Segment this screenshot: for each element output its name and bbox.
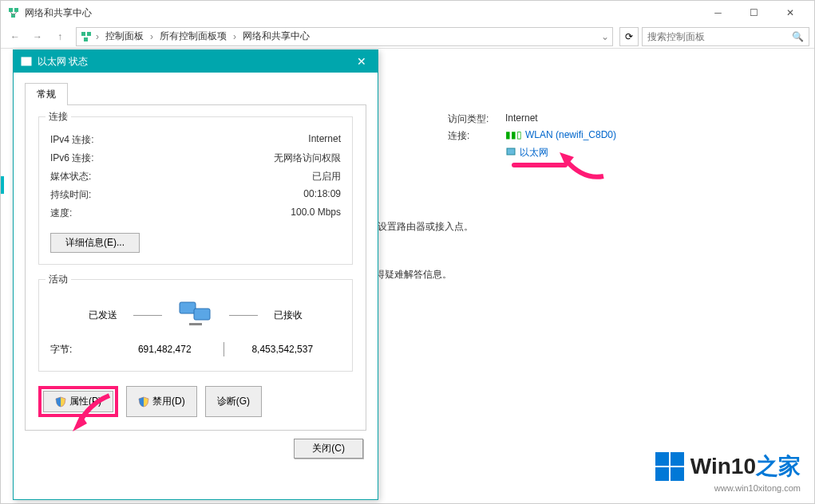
svg-rect-11: [180, 302, 196, 313]
spacer: [448, 146, 505, 159]
connection-group: 连接 IPv4 连接:Internet IPv6 连接:无网络访问权限 媒体状态…: [38, 116, 353, 265]
crumb-control-panel[interactable]: 控制面板: [102, 28, 147, 45]
ipv4-value: Internet: [308, 133, 341, 147]
duration-label: 持续时间:: [50, 188, 91, 202]
connections-label: 连接:: [448, 129, 505, 143]
network-icon: [7, 6, 20, 19]
close-button[interactable]: ✕: [772, 1, 808, 25]
tab-general[interactable]: 常规: [25, 83, 68, 105]
duration-value: 00:18:09: [303, 188, 341, 202]
diagnose-button[interactable]: 诊断(G): [205, 386, 262, 417]
details-button[interactable]: 详细信息(E)...: [50, 233, 140, 253]
bytes-label: 字节:: [50, 343, 106, 356]
wlan-link[interactable]: WLAN (newifi_C8D0): [525, 129, 616, 143]
svg-rect-0: [9, 8, 13, 12]
disable-button[interactable]: 禁用(D): [126, 386, 197, 417]
back-button[interactable]: ←: [6, 27, 25, 46]
logo-url: www.win10xitong.com: [655, 483, 801, 493]
ethernet-icon: [20, 55, 33, 68]
svg-rect-12: [194, 309, 210, 320]
ethernet-status-dialog: 以太网 状态 ✕ 常规 连接 IPv4 连接:Internet IPv6 连接:…: [13, 49, 378, 500]
titlebar: 网络和共享中心 ─ ☐ ✕: [1, 1, 814, 25]
search-box[interactable]: 🔍: [642, 27, 809, 46]
access-type-value: Internet: [505, 112, 538, 126]
wifi-signal-icon: ▮▮▯: [505, 129, 522, 143]
diagnose-label: 诊断(G): [217, 395, 250, 408]
dialog-close-button[interactable]: ✕: [352, 55, 371, 68]
minimize-button[interactable]: ─: [700, 1, 736, 25]
crumb-network-center[interactable]: 网络和共享中心: [239, 28, 313, 45]
toolbar: ← → ↑ › 控制面板 › 所有控制面板项 › 网络和共享中心 ⌄ ⟳ 🔍: [1, 25, 814, 49]
hint-text-2: 获得疑难解答信息。: [366, 268, 452, 282]
chevron-down-icon[interactable]: ⌄: [601, 31, 609, 42]
activity-group: 活动 已发送 已接收 字节: 691,482,472 8,: [38, 279, 353, 372]
shield-icon: [138, 396, 149, 408]
received-label: 已接收: [274, 309, 303, 322]
ethernet-link[interactable]: 以太网: [520, 146, 548, 159]
refresh-button[interactable]: ⟳: [619, 27, 639, 46]
logo-text: Win10之家: [690, 451, 801, 482]
maximize-button[interactable]: ☐: [736, 1, 772, 25]
ethernet-icon: [505, 146, 516, 157]
up-button[interactable]: ↑: [50, 27, 69, 46]
media-label: 媒体状态:: [50, 170, 91, 183]
media-value: 已启用: [312, 170, 341, 183]
disable-label: 禁用(D): [152, 395, 185, 408]
shield-icon: [55, 396, 66, 408]
watermark-logo: Win10之家 www.win10xitong.com: [655, 451, 801, 493]
access-type-label: 访问类型:: [448, 112, 505, 126]
svg-rect-8: [507, 148, 515, 155]
dialog-close-ok-button[interactable]: 关闭(C): [294, 439, 363, 459]
search-icon[interactable]: 🔍: [792, 31, 804, 42]
tab-panel: 连接 IPv4 连接:Internet IPv6 连接:无网络访问权限 媒体状态…: [25, 104, 366, 431]
ipv6-label: IPv6 连接:: [50, 152, 94, 165]
chevron-right-icon: ›: [148, 31, 155, 42]
sent-label: 已发送: [89, 309, 117, 322]
svg-rect-10: [22, 57, 31, 65]
network-icon: [80, 30, 93, 43]
svg-rect-6: [87, 32, 91, 36]
crumb-all-items[interactable]: 所有控制面板项: [156, 28, 230, 45]
dialog-titlebar: 以太网 状态 ✕: [14, 50, 378, 73]
annotation-arrow: [560, 152, 607, 184]
activity-group-title: 活动: [45, 273, 71, 286]
svg-rect-7: [84, 37, 88, 41]
dialog-title: 以太网 状态: [38, 55, 352, 69]
window-controls: ─ ☐ ✕: [700, 1, 808, 25]
svg-rect-5: [81, 32, 85, 36]
connection-group-title: 连接: [45, 110, 71, 124]
ipv6-value: 无网络访问权限: [274, 152, 341, 165]
tab-strip: 常规: [25, 82, 366, 104]
hint-text-1: 或设置路由器或接入点。: [368, 220, 473, 234]
activity-line: [229, 315, 258, 316]
svg-rect-13: [189, 323, 202, 325]
annotation-arrow: [69, 392, 117, 431]
chevron-right-icon: ›: [231, 31, 238, 42]
speed-value: 100.0 Mbps: [291, 207, 341, 220]
ipv4-label: IPv4 连接:: [50, 133, 94, 147]
computers-icon: [178, 299, 213, 331]
activity-line: [133, 315, 162, 316]
speed-label: 速度:: [50, 207, 72, 220]
selection-indicator: [1, 176, 4, 194]
search-input[interactable]: [647, 31, 792, 42]
forward-button[interactable]: →: [28, 27, 47, 46]
chevron-right-icon: ›: [94, 31, 101, 42]
bytes-sent-value: 691,482,472: [106, 344, 224, 355]
breadcrumb[interactable]: › 控制面板 › 所有控制面板项 › 网络和共享中心 ⌄: [76, 27, 613, 46]
windows-logo-icon: [655, 452, 684, 481]
bytes-received-value: 8,453,542,537: [224, 344, 342, 355]
window-title: 网络和共享中心: [25, 6, 700, 20]
svg-rect-1: [14, 8, 18, 12]
